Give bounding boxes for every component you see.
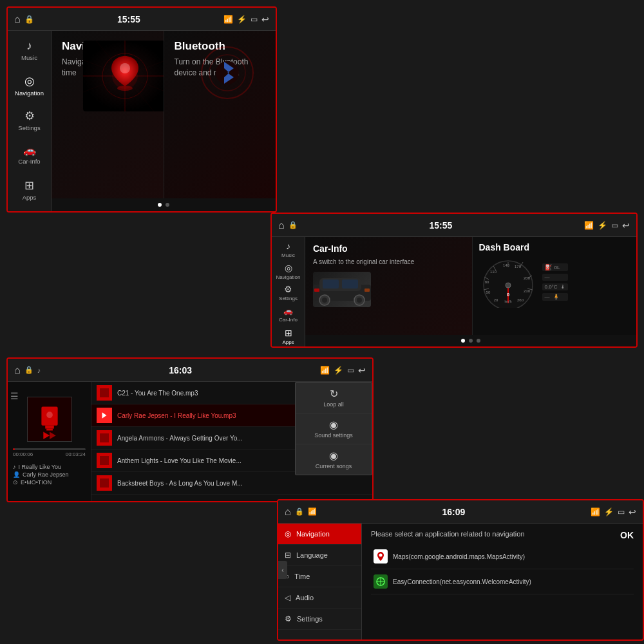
fuel-icon: ⛽ [545,264,552,270]
settings-nav-item[interactable]: ◎ Navigation [278,524,361,545]
collapse-arrow[interactable]: ‹ [278,561,287,579]
svg-point-7 [117,86,133,91]
s2-dot-1[interactable] [461,339,465,343]
settings-time-item[interactable]: ○ Time [278,566,361,587]
sidebar-music-label: Music [21,54,37,61]
current-time: 00:00:06 [13,451,33,457]
temp-value: 0.0°C [545,284,558,290]
music-icon: ♪ [26,39,32,53]
settings-settings-label: Settings [297,615,323,623]
s2-sidebar-apps[interactable]: ⊞ Apps [273,326,304,346]
back-icon-s3[interactable]: ↩ [358,365,366,375]
maps-app-item[interactable]: Maps(com.google.android.maps.MapsActivit… [371,544,634,569]
screen4-left-icons: ⌂ 🔒 📶 [285,506,317,518]
odo-gauge: 0.0°C 🌡 [542,283,568,290]
back-icon[interactable]: ↩ [261,14,269,24]
screen2-right-icons: 📶 ⚡ ▭ ↩ [584,220,630,231]
playlist-item-5[interactable]: Backstreet Boys - As Long As You Love M.… [91,472,372,495]
sound-icon: ◉ [329,419,338,431]
context-current-songs[interactable]: ◉ Current songs [296,444,372,475]
s2-sidebar-settings[interactable]: ⚙ Settings [273,283,304,303]
playlist-thumb-2 [97,408,112,423]
svg-text:230: 230 [523,289,530,293]
dashboard-panel-title: Dash Board [479,242,630,252]
context-sound-settings[interactable]: ◉ Sound settings [296,413,372,444]
sidebar-item-music[interactable]: ♪ Music [10,33,50,67]
screen3-status-bar: ⌂ 🔒 ♪ 16:03 📶 ⚡ ▭ ↩ [8,359,372,382]
sidebar-settings-label: Settings [18,124,40,131]
sidebar-item-carinfo[interactable]: 🚗 Car-Info [10,138,50,171]
svg-rect-54 [100,478,109,488]
navigation-icon: ◎ [24,74,35,88]
sidebar-item-apps[interactable]: ⊞ Apps [10,173,50,206]
artist-icon: 👤 [13,471,20,478]
svg-text:20: 20 [493,298,498,302]
svg-rect-52 [100,433,109,442]
playlist-menu-icon[interactable]: ☰ [10,391,19,401]
settings-time-label: Time [294,573,310,580]
screen1-left-icons: ⌂ 🔒 [14,14,34,25]
extra-icon: 🧍 [553,294,560,300]
settings-audio-label: Audio [296,594,314,601]
s2-nav-label: Navigation [276,274,301,280]
screen1-right-icons: 📶 ⚡ ▭ ↩ [223,14,269,24]
home-icon-s3[interactable]: ⌂ [14,365,21,376]
home-icon-s4[interactable]: ⌂ [285,506,291,518]
context-loop-all[interactable]: ↻ Loop all [296,383,372,413]
carousel-dot-1[interactable] [158,203,162,207]
settings-nav-label: Navigation [296,530,330,538]
settings-settings-item[interactable]: ⚙ Settings [278,609,361,630]
context-menu: ↻ Loop all ◉ Sound settings ◉ Current so… [295,382,372,475]
s2-dot-2[interactable] [469,339,473,343]
svg-rect-20 [314,289,319,292]
playlist-thumb-5 [97,475,112,491]
battery-icon-s4: ▭ [618,507,625,516]
carousel-dots [52,198,276,211]
svg-text:140: 140 [502,263,509,267]
sound-label: Sound settings [314,432,353,439]
back-icon-s2[interactable]: ↩ [622,220,630,231]
svg-text:170: 170 [514,265,521,269]
screen4-time: 16:09 [442,507,465,517]
bluetooth-icon-s3: ⚡ [334,366,343,375]
signal-icon-s4: 📶 [308,507,317,516]
settings-audio-item[interactable]: ◁ Audio [278,587,361,609]
maps-app-icon [374,549,388,564]
svg-point-56 [379,554,383,557]
sidebar-nav-label: Navigation [15,90,44,97]
battery-icon-s2: ▭ [611,221,618,230]
screen4-status-bar: ⌂ 🔒 📶 16:09 📶 ⚡ ▭ ↩ [278,500,643,524]
home-icon-s2[interactable]: ⌂ [278,220,285,231]
svg-text:50: 50 [486,290,490,294]
s2-dot-3[interactable] [477,339,480,343]
s2-sidebar-music[interactable]: ♪ Music [273,240,304,260]
loop-icon: ↻ [330,388,338,400]
svg-text:km/h: km/h [504,299,511,303]
nav-icon-s2: ◎ [285,263,292,273]
fuel-gauge: ⛽ 0L [542,263,568,271]
screen2-sidebar: ♪ Music ◎ Navigation ⚙ Settings 🚗 Car-In… [272,237,305,346]
sidebar-item-navigation[interactable]: ◎ Navigation [10,68,50,102]
ec-app-item[interactable]: EasyConnection(net.easyconn.WelcomeActiv… [371,569,634,594]
home-icon[interactable]: ⌂ [14,14,21,25]
album-icon: ⊙ [13,479,18,486]
back-icon-s4[interactable]: ↩ [629,507,636,517]
wifi-icon-s3: 📶 [320,366,330,375]
ok-button[interactable]: OK [620,530,634,540]
s2-apps-label: Apps [282,339,294,345]
bluetooth-icon[interactable]: ⚡ [237,15,247,24]
progress-track[interactable] [13,448,86,450]
nav-illustration [80,37,164,115]
battery-icon-s3: ▭ [347,366,354,375]
car-image [313,272,371,307]
s2-settings-label: Settings [279,296,298,301]
screen2-status-bar: ⌂ 🔒 15:55 📶 ⚡ ▭ ↩ [272,214,636,237]
settings-language-item[interactable]: ⊟ Language [278,545,361,566]
ec-app-name: EasyConnection(net.easyconn.WelcomeActiv… [393,578,531,585]
svg-point-18 [322,298,327,303]
s2-sidebar-carinfo[interactable]: 🚗 Car-Info [273,305,304,325]
sidebar-item-settings[interactable]: ⚙ Settings [10,103,50,137]
settings-main-area: Please select an application related to … [362,524,643,639]
carousel-dot-2[interactable] [166,203,169,207]
s2-sidebar-nav[interactable]: ◎ Navigation [273,261,304,282]
